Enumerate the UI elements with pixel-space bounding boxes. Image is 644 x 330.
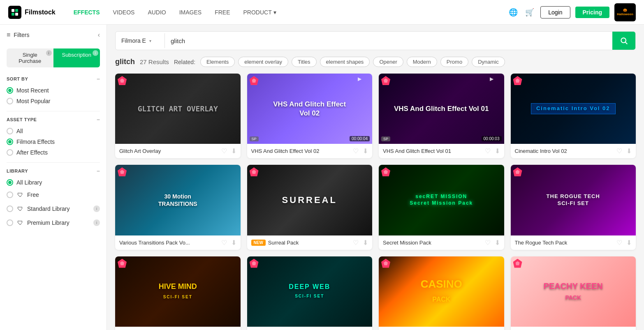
card-footer: Casino Pack ♡ ⬇ [379,327,504,330]
logo[interactable]: Filmstock [8,6,56,19]
asset-all-radio[interactable] [7,128,13,134]
chevron-down-icon: ▾ [273,9,276,16]
download-icon[interactable]: ⬇ [626,147,632,155]
premium-gem-icon [250,76,259,85]
tag-dynamic[interactable]: Dynamic [472,57,505,67]
card-surreal[interactable]: SURREAL NEW Surreal Pack ♡ ⬇ [247,165,373,249]
platform-selector[interactable]: Filmora E ▾ [116,33,165,48]
single-purchase-tab[interactable]: Single Purchase i [7,48,53,67]
subscription-info-icon[interactable]: i [93,50,98,56]
login-button[interactable]: Login [540,6,570,18]
card-footer: The Rogue Tech Pack ♡ ⬇ [511,235,636,250]
card-vhs-vol02[interactable]: ▶ VHS And Glitch EffectVol 02 SP 00:00:0… [247,74,373,158]
library-all[interactable]: All Library [7,179,100,186]
card-footer: Various Transitions Pack Vo... ♡ ⬇ [115,235,241,250]
favorite-icon[interactable]: ♡ [485,147,491,155]
halloween-badge[interactable]: 🎃Halloween [614,3,636,21]
card-hive-mind[interactable]: HIVE MINDSCI-FI SET Hive Mind ♡ ⬇ [115,256,241,330]
nav-product[interactable]: PRODUCT ▾ [238,6,282,19]
results-header: glitch 27 Results Related: Elements elem… [115,57,636,67]
card-footer: NEW Surreal Pack ♡ ⬇ [247,235,373,250]
platform-name: Filmora E [121,37,146,44]
nav-effects[interactable]: EFFECTS [68,6,106,19]
cart-icon[interactable]: 🛒 [524,7,535,18]
asset-filmora[interactable]: Filmora Effects [7,138,100,145]
single-purchase-info-icon[interactable]: i [46,50,52,56]
favorite-icon[interactable]: ♡ [616,239,622,247]
sort-most-recent-radio[interactable] [7,87,13,94]
search-icon [620,37,628,45]
tag-opener[interactable]: Opener [373,57,403,67]
library-premium-radio[interactable] [7,219,13,226]
card-vhs-vol01[interactable]: ▶ VHS And Glitch Effect Vol 01 SP 00:00:… [379,74,504,158]
sort-by-section: SORT BY − [7,76,100,82]
card-casino[interactable]: CASINOPACK Casino Pack ♡ ⬇ [379,256,504,330]
tag-element-overlay[interactable]: element overlay [238,57,288,67]
pricing-button[interactable]: Pricing [575,7,609,18]
card-footer: Peachy Keen Pack ♡ ⬇ [511,327,636,330]
asset-after-effects-radio[interactable] [7,149,13,156]
standard-info-icon[interactable]: i [93,205,100,212]
card-actions: ♡ ⬇ [221,239,236,247]
download-icon[interactable]: ⬇ [231,239,236,247]
thumb-label: 30 MotionTRANSITIONS [155,189,201,211]
card-transitions[interactable]: 30 MotionTRANSITIONS Various Transitions… [115,165,241,249]
asset-after-effects[interactable]: After Effects [7,149,100,156]
library-free-radio[interactable] [7,192,13,198]
tag-titles[interactable]: Titles [292,57,317,67]
library-free[interactable]: 🛡 Free [7,190,100,200]
subscription-tab[interactable]: Subscription i [53,48,100,67]
sort-by-collapse[interactable]: − [97,76,100,82]
globe-icon[interactable]: 🌐 [507,7,519,18]
favorite-icon[interactable]: ♡ [616,147,622,155]
card-rogue-tech[interactable]: THE ROGUE TECHSCI-FI SET The Rogue Tech … [511,165,636,249]
download-icon[interactable]: ⬇ [626,239,632,247]
favorite-icon[interactable]: ♡ [485,239,491,247]
download-icon[interactable]: ⬇ [363,239,368,247]
card-peachy-keen[interactable]: PEACHY KEENPACK Peachy Keen Pack ♡ ⬇ [511,256,636,330]
nav-images[interactable]: IMAGES [174,6,207,19]
favorite-icon[interactable]: ♡ [353,239,359,247]
card-thumbnail: 30 MotionTRANSITIONS [115,165,241,235]
sort-most-popular-radio[interactable] [7,98,13,104]
sort-most-recent[interactable]: Most Recent [7,87,100,94]
card-deep-web[interactable]: DEEP WEBSCI-FI SET Deep Web ♡ ⬇ [247,256,373,330]
premium-gem-icon [513,76,522,85]
card-glitch-art-overlay[interactable]: GLITCH ART OVERLAY Glitch Art Overlay ♡ … [115,74,241,158]
nav-audio[interactable]: AUDIO [142,6,171,19]
download-icon[interactable]: ⬇ [495,147,500,155]
search-input[interactable] [165,33,612,48]
filters-header: ≡ Filters ‹ [7,31,100,42]
tag-elements[interactable]: Elements [200,57,235,67]
premium-info-icon[interactable]: i [93,219,100,226]
nav-videos[interactable]: VIDEOS [107,6,140,19]
asset-filmora-radio[interactable] [7,138,13,145]
sort-most-popular[interactable]: Most Popular [7,98,100,104]
filters-title: ≡ Filters [7,31,29,39]
card-footer: VHS And Glitch Effect Vol 02 ♡ ⬇ [247,144,373,158]
library-collapse[interactable]: − [97,168,100,174]
favorite-icon[interactable]: ♡ [353,147,359,155]
search-button[interactable] [612,32,635,50]
download-icon[interactable]: ⬇ [363,147,368,155]
tag-promo[interactable]: Promo [440,57,468,67]
thumb-label: GLITCH ART OVERLAY [134,101,221,117]
download-icon[interactable]: ⬇ [495,239,500,247]
asset-type-collapse[interactable]: − [97,116,100,123]
card-cinematic-intro[interactable]: Cinematic Intro Vol 02 Cinematic Intro V… [511,74,636,158]
library-premium[interactable]: 🛡 Premium Library i [7,218,100,228]
card-secret-mission[interactable]: secRET MISSIONSecret Mission Pack Secret… [379,165,504,249]
card-title: Secret Mission Pack [383,240,485,246]
library-all-radio[interactable] [7,179,13,186]
nav-free[interactable]: FREE [209,6,236,19]
favorite-icon[interactable]: ♡ [221,147,227,155]
filters-collapse-button[interactable]: ‹ [98,31,100,39]
tag-modern[interactable]: Modern [407,57,437,67]
favorite-icon[interactable]: ♡ [221,239,227,247]
library-standard[interactable]: 🛡 Standard Library i [7,204,100,214]
asset-all[interactable]: All [7,128,100,134]
library-standard-radio[interactable] [7,205,13,212]
results-grid: GLITCH ART OVERLAY Glitch Art Overlay ♡ … [115,74,636,330]
download-icon[interactable]: ⬇ [231,147,236,155]
tag-element-shapes[interactable]: element shapes [320,57,370,67]
